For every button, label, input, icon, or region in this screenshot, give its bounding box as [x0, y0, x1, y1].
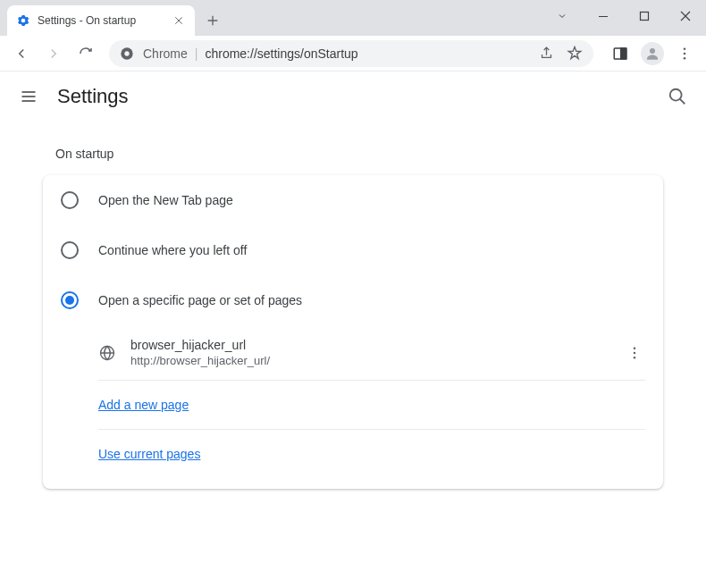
window-controls	[542, 0, 706, 32]
radio-icon	[61, 191, 79, 209]
radio-icon	[61, 291, 79, 309]
tab-title: Settings - On startup	[38, 14, 164, 27]
svg-point-14	[634, 356, 636, 358]
close-window-button[interactable]	[665, 0, 706, 32]
close-icon[interactable]	[172, 13, 186, 28]
profile-button[interactable]	[638, 39, 667, 68]
add-page-link[interactable]: Add a new page	[98, 398, 189, 412]
globe-icon	[98, 344, 116, 362]
bookmark-icon[interactable]	[567, 46, 583, 62]
address-bar[interactable]: Chrome | chrome://settings/onStartup	[109, 40, 593, 67]
search-icon[interactable]	[667, 86, 688, 107]
settings-header: Settings	[0, 71, 706, 122]
page-url: http://browser_hijacker_url/	[130, 354, 609, 367]
use-current-row[interactable]: Use current pages	[98, 430, 645, 475]
option-specific-pages[interactable]: Open a specific page or set of pages	[43, 275, 663, 325]
page-actions-icon[interactable]	[624, 342, 645, 364]
specific-pages-list: browser_hijacker_url http://browser_hija…	[43, 325, 663, 489]
kebab-menu-icon[interactable]	[670, 39, 699, 68]
radio-icon	[61, 241, 79, 259]
settings-content: On startup Open the New Tab page Continu…	[0, 122, 706, 489]
back-button[interactable]	[7, 39, 36, 68]
svg-point-8	[684, 52, 686, 55]
maximize-button[interactable]	[624, 0, 665, 32]
gear-icon	[16, 13, 30, 28]
svg-point-13	[634, 351, 636, 354]
new-tab-button[interactable]	[200, 8, 225, 33]
side-panel-icon[interactable]	[606, 39, 635, 68]
section-label: On startup	[43, 132, 663, 175]
svg-rect-0	[599, 16, 608, 17]
svg-point-3	[124, 51, 129, 55]
svg-rect-1	[641, 13, 649, 21]
startup-card: Open the New Tab page Continue where you…	[43, 175, 663, 489]
menu-icon[interactable]	[18, 86, 39, 107]
avatar-icon	[641, 42, 664, 65]
dropdown-icon[interactable]	[542, 0, 583, 32]
option-label: Open the New Tab page	[98, 193, 233, 207]
startup-page-entry: browser_hijacker_url http://browser_hija…	[98, 325, 645, 381]
svg-point-6	[650, 48, 655, 54]
address-origin: Chrome	[143, 46, 188, 61]
svg-point-12	[634, 347, 636, 349]
add-page-row[interactable]: Add a new page	[98, 381, 645, 430]
window-titlebar: Settings - On startup	[0, 0, 706, 36]
reload-button[interactable]	[71, 39, 100, 68]
address-path: chrome://settings/onStartup	[205, 46, 357, 61]
svg-point-10	[670, 89, 682, 101]
minimize-button[interactable]	[583, 0, 624, 32]
svg-rect-5	[621, 48, 626, 59]
option-new-tab[interactable]: Open the New Tab page	[43, 175, 663, 225]
chrome-icon	[120, 46, 134, 61]
use-current-link[interactable]: Use current pages	[98, 447, 200, 461]
option-label: Open a specific page or set of pages	[98, 293, 302, 307]
option-label: Continue where you left off	[98, 243, 247, 257]
page-name: browser_hijacker_url	[130, 338, 609, 352]
browser-toolbar: Chrome | chrome://settings/onStartup	[0, 36, 706, 71]
browser-tab[interactable]: Settings - On startup	[7, 5, 195, 36]
page-title: Settings	[57, 85, 129, 108]
svg-point-9	[684, 56, 686, 59]
forward-button[interactable]	[39, 39, 68, 68]
share-icon[interactable]	[538, 46, 554, 62]
option-continue[interactable]: Continue where you left off	[43, 225, 663, 275]
address-text: Chrome | chrome://settings/onStartup	[143, 46, 358, 61]
svg-point-7	[684, 47, 686, 50]
